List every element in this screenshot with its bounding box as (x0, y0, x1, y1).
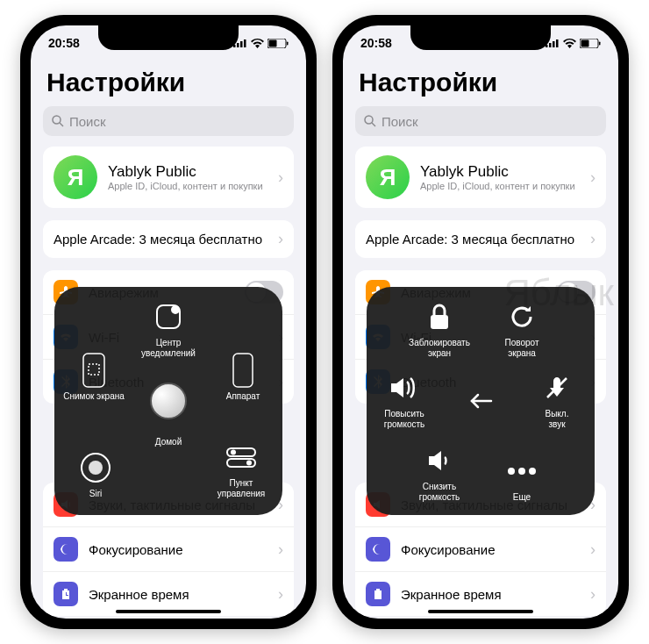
phone-right: 20:58 Настройки Поиск Я Yablyk Public Ap… (332, 15, 629, 629)
status-time: 20:58 (48, 36, 80, 50)
wifi-icon (563, 39, 576, 48)
focus-row[interactable]: Фокусирование› (43, 526, 294, 571)
mute-icon (539, 370, 574, 405)
search-placeholder: Поиск (382, 114, 418, 129)
chevron-right-icon: › (278, 540, 283, 559)
svg-rect-13 (89, 364, 99, 375)
volume-down-icon (422, 443, 457, 478)
at-volume-up[interactable]: Повысить громкость (367, 370, 442, 430)
avatar: Я (366, 155, 410, 199)
svg-point-7 (53, 116, 61, 124)
apple-id-name: Yablyk Public (108, 163, 263, 181)
page-title: Настройки (31, 61, 306, 106)
svg-rect-24 (556, 39, 559, 47)
screenshot-icon (76, 353, 111, 388)
chevron-right-icon: › (278, 230, 283, 248)
home-indicator[interactable] (116, 610, 221, 613)
chevron-right-icon: › (590, 585, 596, 604)
search-placeholder: Поиск (69, 114, 106, 129)
device-icon (225, 353, 260, 388)
lock-icon (422, 299, 457, 334)
search-input[interactable]: Поиск (43, 106, 294, 136)
svg-rect-5 (269, 39, 277, 47)
svg-point-18 (231, 450, 236, 455)
search-icon (52, 115, 64, 127)
search-input[interactable]: Поиск (355, 106, 606, 136)
svg-rect-6 (287, 41, 289, 45)
more-icon (504, 454, 539, 489)
svg-line-8 (60, 123, 63, 126)
chevron-right-icon: › (590, 230, 596, 248)
at-siri[interactable]: Siri (58, 450, 133, 499)
at-volume-down[interactable]: Снизить громкость (402, 443, 477, 503)
at-mute[interactable]: Выкл. звук (519, 370, 595, 430)
svg-point-20 (246, 461, 252, 466)
chevron-right-icon: › (278, 168, 283, 187)
svg-point-11 (172, 306, 179, 313)
notification-center-icon (151, 299, 186, 334)
chevron-right-icon: › (278, 585, 283, 604)
back-arrow-icon (468, 392, 493, 410)
svg-rect-1 (237, 43, 239, 47)
svg-rect-2 (240, 41, 243, 47)
apple-id-name: Yablyk Public (420, 163, 575, 181)
at-rotate[interactable]: Поворот экрана (484, 299, 560, 359)
screentime-icon (53, 582, 78, 606)
battery-icon (580, 39, 601, 48)
svg-rect-3 (244, 39, 246, 47)
svg-point-33 (508, 468, 515, 475)
search-icon (364, 115, 376, 127)
svg-rect-14 (233, 354, 253, 387)
at-lock-screen[interactable]: Заблокировать экран (402, 299, 477, 359)
at-device[interactable]: Аппарат (205, 353, 281, 402)
volume-up-icon (387, 370, 422, 405)
at-control-center[interactable]: Пункт управления (203, 440, 279, 499)
promo-label: Apple Arcade: 3 месяца бесплатно (53, 232, 262, 247)
assistivetouch-device-panel[interactable]: Заблокировать экран Поворот экрана Повыс… (367, 287, 595, 515)
svg-point-28 (365, 116, 373, 124)
apple-id-sub: Apple ID, iCloud, контент и покупки (108, 181, 263, 191)
battery-icon (267, 39, 289, 48)
chevron-right-icon: › (590, 540, 596, 559)
svg-rect-22 (549, 43, 552, 47)
assistivetouch-panel[interactable]: Центр уведомлений Снимок экрана Аппарат … (54, 287, 282, 515)
svg-line-29 (372, 123, 375, 126)
svg-point-16 (89, 461, 103, 475)
rotate-icon (504, 299, 539, 334)
notch (98, 25, 239, 50)
at-screenshot[interactable]: Снимок экрана (56, 353, 132, 402)
status-time: 20:58 (360, 36, 392, 50)
promo-label: Apple Arcade: 3 месяца бесплатно (366, 232, 574, 247)
focus-icon (366, 537, 390, 562)
apple-id-row[interactable]: Я Yablyk Public Apple ID, iCloud, контен… (355, 147, 606, 208)
at-home-label: Домой (54, 437, 282, 447)
focus-row[interactable]: Фокусирование› (355, 526, 606, 571)
wifi-icon (251, 39, 264, 48)
svg-rect-27 (599, 41, 601, 45)
siri-icon (78, 450, 113, 485)
notch (410, 25, 551, 50)
at-notification-center[interactable]: Центр уведомлений (131, 299, 206, 359)
avatar: Я (53, 155, 97, 199)
home-indicator[interactable] (428, 610, 533, 613)
promo-row[interactable]: Apple Arcade: 3 месяца бесплатно› (355, 220, 606, 258)
svg-rect-12 (83, 354, 104, 387)
chevron-right-icon: › (590, 168, 596, 187)
home-button-icon (150, 383, 187, 419)
svg-point-34 (518, 468, 525, 475)
svg-rect-31 (431, 315, 448, 329)
at-home-button[interactable] (148, 381, 189, 421)
apple-id-row[interactable]: Я Yablyk Public Apple ID, iCloud, контен… (43, 147, 294, 208)
svg-point-35 (529, 468, 536, 475)
phone-left: 20:58 Настройки Поиск Я Yablyk Public Ap… (20, 15, 317, 629)
at-back-button[interactable] (460, 381, 501, 421)
apple-id-sub: Apple ID, iCloud, контент и покупки (420, 181, 575, 191)
svg-rect-23 (553, 41, 555, 47)
page-title: Настройки (343, 61, 618, 106)
promo-row[interactable]: Apple Arcade: 3 месяца бесплатно› (43, 220, 294, 258)
at-more[interactable]: Еще (484, 454, 560, 503)
svg-rect-26 (581, 39, 589, 47)
screentime-icon (366, 582, 390, 606)
focus-icon (53, 537, 78, 562)
